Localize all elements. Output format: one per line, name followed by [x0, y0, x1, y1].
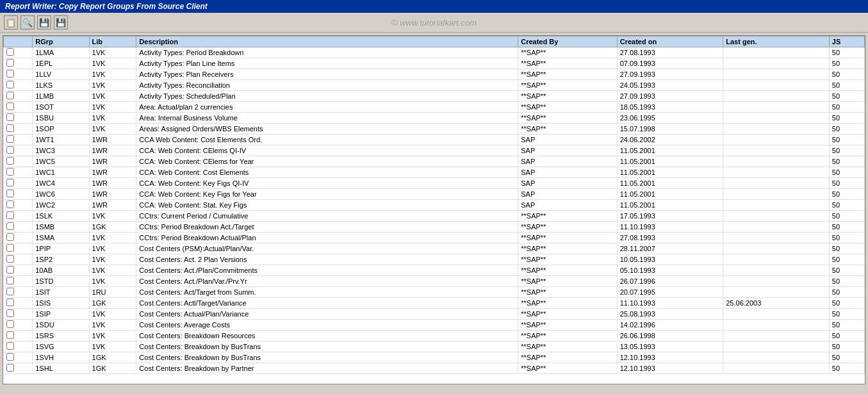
cell-created-by: **SAP** [518, 124, 617, 135]
cell-rgrp: 1SP2 [33, 254, 89, 265]
table-row: 1WT11WRCCA Web Content: Cost Elements Or… [4, 135, 865, 145]
cell-description: Activity Types: Plan Line Items [136, 58, 518, 69]
row-checkbox-cell [4, 167, 33, 178]
cell-created-by: **SAP** [518, 320, 617, 331]
cell-created-by: **SAP** [518, 233, 617, 243]
row-checkbox[interactable] [6, 113, 14, 121]
cell-last-gen [723, 331, 830, 341]
cell-description: CCtrs: Period Breakdown Actual/Plan [136, 233, 518, 243]
cell-description: Cost Centers: Breakdown by BusTrans [136, 341, 518, 352]
cell-created-on: 07.09.1993 [617, 58, 723, 69]
cell-description: Cost Centers: Breakdown by Partner [136, 363, 518, 374]
cell-lib: 1RU [89, 287, 136, 298]
row-checkbox[interactable] [6, 222, 14, 230]
cell-description: Cost Centers: Act./Plan/Commitments [136, 265, 518, 276]
row-checkbox[interactable] [6, 70, 14, 78]
cell-js: 50 [829, 298, 864, 309]
row-checkbox[interactable] [6, 244, 14, 252]
row-checkbox-cell [4, 47, 33, 58]
row-checkbox[interactable] [6, 320, 14, 328]
row-checkbox[interactable] [6, 201, 14, 208]
row-checkbox[interactable] [6, 342, 14, 350]
table-row: 1SIP1VKCost Centers: Actual/Plan/Varianc… [4, 309, 865, 320]
cell-js: 50 [829, 200, 864, 211]
cell-description: Cost Centers: Breakdown by BusTrans [136, 352, 518, 363]
cell-created-by: **SAP** [518, 287, 617, 298]
row-checkbox[interactable] [6, 266, 14, 274]
search-button[interactable]: 🔍 [20, 15, 35, 29]
cell-js: 50 [829, 47, 864, 58]
cell-created-on: 17.05.1993 [617, 211, 723, 222]
row-checkbox[interactable] [6, 364, 14, 372]
cell-lib: 1WR [89, 145, 136, 156]
cell-js: 50 [829, 352, 864, 363]
cell-last-gen [723, 200, 830, 211]
cell-rgrp: 1WC1 [33, 167, 89, 178]
row-checkbox[interactable] [6, 190, 14, 197]
cell-last-gen [723, 167, 830, 178]
cell-description: Activity Types: Plan Receivers [136, 69, 518, 80]
save2-button[interactable]: 💾 [54, 15, 68, 29]
row-checkbox[interactable] [6, 353, 14, 361]
row-checkbox[interactable] [6, 179, 14, 186]
cell-created-on: 27.08.1993 [617, 47, 723, 58]
save-button[interactable]: 💾 [37, 15, 51, 29]
row-checkbox[interactable] [6, 331, 14, 339]
table-row: 1SVH1GKCost Centers: Breakdown by BusTra… [4, 352, 865, 363]
row-checkbox[interactable] [6, 135, 14, 143]
table-row: 1LMB1VKActivity Types: Scheduled/Plan**S… [4, 91, 865, 102]
cell-created-by: SAP [518, 145, 617, 156]
table-row: 1LKS1VKActivity Types: Reconciliation**S… [4, 80, 865, 91]
cell-last-gen [723, 135, 830, 145]
row-checkbox-cell [4, 113, 33, 124]
row-checkbox[interactable] [6, 211, 14, 219]
cell-js: 50 [829, 178, 864, 189]
cell-description: Area: Internal Business Volume [136, 113, 518, 124]
copy-button[interactable]: 📋 [4, 15, 18, 29]
cell-js: 50 [829, 222, 864, 233]
row-checkbox[interactable] [6, 168, 14, 176]
cell-last-gen: 25.06.2003 [723, 298, 830, 309]
row-checkbox[interactable] [6, 48, 14, 56]
cell-created-by: **SAP** [518, 243, 617, 254]
row-checkbox[interactable] [6, 59, 14, 67]
cell-last-gen [723, 47, 830, 58]
row-checkbox[interactable] [6, 103, 14, 110]
row-checkbox[interactable] [6, 157, 14, 165]
table-row: 1SBU1VKArea: Internal Business Volume**S… [4, 113, 865, 124]
cell-rgrp: 1LKS [33, 80, 89, 91]
row-checkbox[interactable] [6, 309, 14, 317]
row-checkbox[interactable] [6, 92, 14, 99]
row-checkbox[interactable] [6, 124, 14, 132]
row-checkbox-cell [4, 135, 33, 145]
row-checkbox[interactable] [6, 277, 14, 284]
row-checkbox-cell [4, 265, 33, 276]
cell-last-gen [723, 363, 830, 374]
row-checkbox[interactable] [6, 146, 14, 154]
cell-last-gen [723, 80, 830, 91]
cell-description: CCA: Web Content: CElems QI-IV [136, 145, 518, 156]
row-checkbox-cell [4, 363, 33, 374]
cell-last-gen [723, 309, 830, 320]
row-checkbox[interactable] [6, 233, 14, 241]
cell-created-on: 27.09.1993 [617, 69, 723, 80]
cell-last-gen [723, 69, 830, 80]
row-checkbox[interactable] [6, 255, 14, 263]
row-checkbox[interactable] [6, 299, 14, 306]
row-checkbox[interactable] [6, 81, 14, 88]
cell-rgrp: 1PIP [33, 243, 89, 254]
row-checkbox-cell [4, 309, 33, 320]
row-checkbox[interactable] [6, 288, 14, 295]
table-container[interactable]: RGrp Lib Description Created By Created … [3, 36, 865, 384]
cell-created-by: **SAP** [518, 276, 617, 287]
row-checkbox-cell [4, 145, 33, 156]
table-row: 1LLV1VKActivity Types: Plan Receivers**S… [4, 69, 865, 80]
cell-last-gen [723, 113, 830, 124]
row-checkbox-cell [4, 178, 33, 189]
col-header-checkbox [4, 37, 33, 47]
table-row: 1STD1VKCost Centers: Act./Plan/Var./Prv.… [4, 276, 865, 287]
table-row: 1SVG1VKCost Centers: Breakdown by BusTra… [4, 341, 865, 352]
cell-rgrp: 1WC2 [33, 200, 89, 211]
cell-lib: 1VK [89, 254, 136, 265]
cell-description: CCA: Web Content: Cost Elements [136, 167, 518, 178]
